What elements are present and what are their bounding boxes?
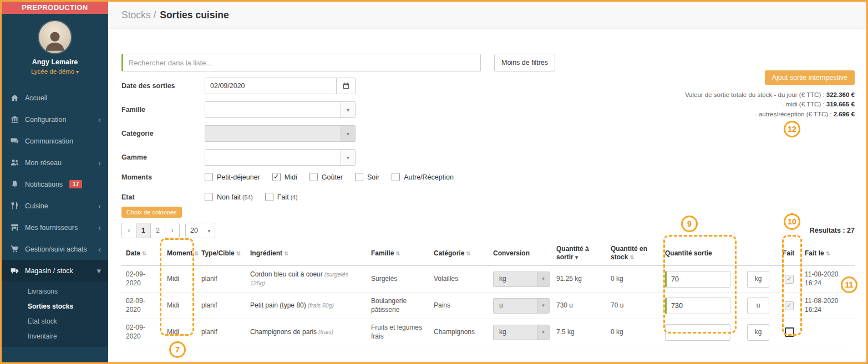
users-icon <box>9 158 20 167</box>
pagination-page-1[interactable]: 1 <box>136 223 151 238</box>
ingredient-note: (frais) <box>318 329 333 335</box>
filter-date-label: Date des sorties <box>121 82 205 90</box>
choose-columns-button[interactable]: Choix de colonnes <box>121 207 182 218</box>
checkbox-midi[interactable]: Midi <box>272 173 297 181</box>
subitem-label: Sorties stocks <box>28 303 73 310</box>
pagination-page-2[interactable]: 2 <box>150 223 165 238</box>
checkbox-fait[interactable]: Fait(4) <box>265 193 298 201</box>
app-window: PREPRODUCTION Angy Lemaire Lycée de démo… <box>0 0 868 364</box>
sidebar-item-notifications[interactable]: Notifications 17 <box>2 173 108 195</box>
col-header-famille[interactable]: Famille⇅ <box>367 242 429 265</box>
filter-etat-label: Etat <box>121 193 205 201</box>
date-input[interactable] <box>205 78 337 94</box>
fait-checkbox-checked[interactable] <box>785 275 794 284</box>
calendar-icon[interactable] <box>337 78 356 94</box>
search-input[interactable] <box>121 54 481 71</box>
sidebar-subitem-livraisons[interactable]: Livraisons <box>2 284 108 299</box>
sort-icon: ⇅ <box>630 254 634 260</box>
qty-exit-input[interactable] <box>665 271 730 288</box>
chevron-down-icon <box>341 126 355 141</box>
table-row: 02-09-2020 Midi planif Petit pain (type … <box>121 293 855 319</box>
sidebar-item-accueil[interactable]: Accueil <box>2 87 108 109</box>
sidebar-nav: Accueil Configuration ‹ Communication Mo… <box>2 87 108 362</box>
checkbox-box <box>205 193 213 201</box>
cell-type: planif <box>197 293 246 319</box>
total-autres-label: - autres/réception (€ TTC) : <box>755 111 834 117</box>
sort-icon: ⇅ <box>142 250 146 257</box>
checkbox-count: (54) <box>242 194 253 201</box>
sidebar-item-communication[interactable]: Communication <box>2 130 108 152</box>
col-header-fait-le[interactable]: Fait le⇅ <box>800 242 855 265</box>
checkbox-gouter[interactable]: Goûter <box>309 173 343 181</box>
conversion-select: u <box>493 298 550 314</box>
fait-checkbox-checked[interactable] <box>785 301 794 310</box>
fait-le-date: 11-08-2020 <box>805 270 850 279</box>
cell-type: planif <box>197 319 246 346</box>
chevron-left-icon: ‹ <box>98 202 101 210</box>
sidebar-subitem-etat-stock[interactable]: Etat stock <box>2 314 108 329</box>
qty-exit-input[interactable] <box>665 324 730 341</box>
cell-qty-to-exit: 730 u <box>552 293 606 319</box>
sort-icon: ⇅ <box>236 250 241 257</box>
fait-le-time: 16:24 <box>805 306 850 315</box>
checkbox-label: Soir <box>367 173 379 181</box>
cell-fait-le: 11-08-202016:24 <box>800 293 855 319</box>
col-header-ingredient[interactable]: Ingrédient⇅ <box>246 242 367 265</box>
sidebar-item-configuration[interactable]: Configuration ‹ <box>2 109 108 130</box>
chevron-down-icon <box>537 299 549 313</box>
qty-exit-input[interactable] <box>665 298 730 314</box>
checkbox-petit-dejeuner[interactable]: Petit-déjeuner <box>205 173 260 181</box>
chevron-down-icon <box>341 102 355 117</box>
add-sortie-button[interactable]: Ajout sortie intempestive <box>765 70 855 85</box>
sidebar-subitem-inventaire[interactable]: Inventaire <box>2 329 108 344</box>
pagination-prev[interactable]: ‹ <box>121 223 136 238</box>
filter-moments-row: Moments Petit-déjeuner Midi Goûter Soir … <box>121 173 855 181</box>
col-header-quantite-a-sortir[interactable]: Quantité à sortir▾ <box>552 242 606 265</box>
cell-ingredient: Cordon bleu cuit à coeur(surgelés 125g) <box>246 265 367 293</box>
cell-ingredient: Petit pain (type 80)(frais 50g) <box>246 293 367 319</box>
page-size-select[interactable]: 20 <box>185 223 215 238</box>
col-header-quantite-sortie: Quantité sortie <box>661 242 778 265</box>
checkbox-autre-reception[interactable]: Autre/Réception <box>392 173 454 181</box>
col-header-date[interactable]: Date⇅ <box>121 242 163 265</box>
sidebar-item-magasin-stock[interactable]: Magasin / stock ▾ <box>2 260 108 281</box>
cell-type: planif <box>197 265 246 293</box>
ingredient-name: Champignons de paris <box>250 328 317 336</box>
col-header-categorie[interactable]: Catégorie⇅ <box>429 242 489 265</box>
checkbox-label: Fait <box>277 193 289 201</box>
filter-gamme-label: Gamme <box>121 153 205 161</box>
conversion-value: kg <box>494 328 537 337</box>
checkbox-non-fait[interactable]: Non fait(54) <box>205 193 253 201</box>
cell-conversion: u <box>489 293 552 319</box>
cell-conversion: kg <box>489 265 552 293</box>
checkbox-box <box>392 173 400 181</box>
sidebar-item-cuisine[interactable]: Cuisine ‹ <box>2 195 108 217</box>
unit-box: kg <box>747 324 769 341</box>
less-filters-button[interactable]: Moins de filtres <box>494 54 555 71</box>
sidebar-item-label: Mes fournisseurs <box>25 224 78 232</box>
sidebar-item-mes-fournisseurs[interactable]: Mes fournisseurs ‹ <box>2 217 108 238</box>
col-header-type-cible[interactable]: Type/Cible⇅ <box>197 242 246 265</box>
sidebar-subitem-sorties-stocks[interactable]: Sorties stocks <box>2 299 108 314</box>
checkbox-soir[interactable]: Soir <box>355 173 379 181</box>
pagination-next[interactable]: › <box>165 223 180 238</box>
bell-icon <box>9 180 20 188</box>
user-org-selector[interactable]: Lycée de démo▾ <box>2 68 108 75</box>
sort-icon: ⇅ <box>466 250 470 257</box>
sort-desc-icon: ▾ <box>575 254 578 260</box>
sidebar-item-label: Mon réseau <box>25 159 62 167</box>
col-header-moment[interactable]: Moment⇅ <box>163 242 197 265</box>
filter-etat-row: Etat Non fait(54) Fait(4) <box>121 193 855 201</box>
gamme-select[interactable] <box>205 149 356 166</box>
fait-le-date: 11-08-2020 <box>805 297 850 306</box>
famille-select[interactable] <box>205 101 356 118</box>
col-header-quantite-en-stock[interactable]: Quantité en stock⇅ <box>606 242 661 265</box>
total-midi-label: - midi (€ TTC) : <box>782 101 826 107</box>
fait-checkbox-unchecked[interactable] <box>785 327 794 337</box>
truck-icon <box>9 266 20 275</box>
breadcrumb: Stocks / Sorties cuisine <box>108 2 866 29</box>
conversion-value: u <box>494 301 537 310</box>
sidebar-item-mon-reseau[interactable]: Mon réseau ‹ <box>2 152 108 173</box>
sidebar-item-gestion-achats[interactable]: Gestion/suivi achats ‹ <box>2 238 108 260</box>
chevron-left-icon: ‹ <box>98 158 101 167</box>
